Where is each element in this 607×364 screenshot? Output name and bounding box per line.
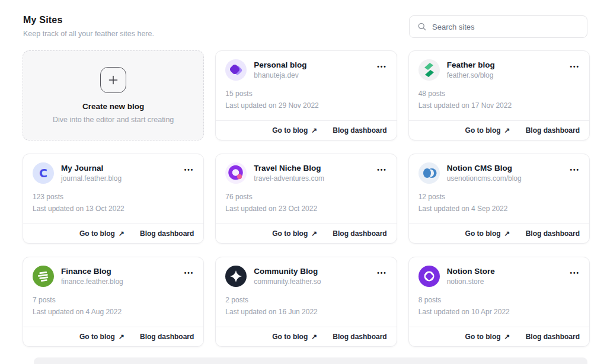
last-updated: Last updated on 13 Oct 2022 xyxy=(33,203,194,215)
personal-blog-logo-icon xyxy=(225,59,247,81)
site-name: Feather blog xyxy=(447,60,561,69)
go-to-blog-label: Go to blog xyxy=(272,126,308,135)
go-to-blog-link[interactable]: Go to blog↗ xyxy=(272,126,317,135)
create-blog-title: Create new blog xyxy=(82,102,144,111)
finance-blog-logo-icon xyxy=(33,266,54,287)
site-name: Travel Niche Blog xyxy=(254,164,368,173)
go-to-blog-link[interactable]: Go to blog↗ xyxy=(272,333,317,341)
card-menu-button[interactable]: ••• xyxy=(182,162,194,175)
card-menu-button[interactable]: ••• xyxy=(375,266,387,279)
site-card-feather-blog: Feather blog feather.so/blog ••• 48 post… xyxy=(408,50,590,141)
external-link-icon: ↗ xyxy=(311,229,317,238)
search-icon xyxy=(417,22,427,31)
site-card-community-blog: Community Blog community.feather.so ••• … xyxy=(215,257,397,347)
go-to-blog-label: Go to blog xyxy=(79,333,115,341)
go-to-blog-link[interactable]: Go to blog↗ xyxy=(79,333,124,341)
site-name: Notion CMS Blog xyxy=(447,164,561,173)
last-updated: Last updated on 4 Sep 2022 xyxy=(418,203,580,215)
external-link-icon: ↗ xyxy=(504,126,510,135)
external-link-icon: ↗ xyxy=(119,229,124,238)
blog-dashboard-link[interactable]: Blog dashboard xyxy=(333,229,386,238)
site-domain: travel-adventures.com xyxy=(254,174,368,183)
post-count: 123 posts xyxy=(33,191,194,203)
blog-dashboard-link[interactable]: Blog dashboard xyxy=(140,333,194,341)
go-to-blog-link[interactable]: Go to blog↗ xyxy=(465,333,510,341)
last-updated: Last updated on 16 Jun 2022 xyxy=(225,306,386,318)
blog-dashboard-link[interactable]: Blog dashboard xyxy=(140,229,194,238)
card-menu-button[interactable]: ••• xyxy=(375,162,387,175)
site-card-personal-blog: Personal blog bhanuteja.dev ••• 15 posts… xyxy=(215,50,397,141)
notion-store-logo-icon xyxy=(418,266,440,287)
go-to-blog-label: Go to blog xyxy=(465,126,501,135)
travel-niche-blog-logo-icon xyxy=(225,162,247,184)
site-domain: finance.feather.blog xyxy=(61,277,175,286)
search-box xyxy=(409,15,587,38)
svg-text:C: C xyxy=(39,167,47,180)
go-to-blog-label: Go to blog xyxy=(272,229,308,238)
post-count: 15 posts xyxy=(225,88,386,100)
blog-dashboard-link[interactable]: Blog dashboard xyxy=(333,333,386,341)
card-menu-button[interactable]: ••• xyxy=(567,162,580,175)
blog-dashboard-link[interactable]: Blog dashboard xyxy=(526,126,580,135)
community-blog-logo-icon xyxy=(225,266,247,287)
external-link-icon: ↗ xyxy=(311,126,317,135)
site-name: Notion Store xyxy=(447,267,561,276)
site-card-travel-niche-blog: Travel Niche Blog travel-adventures.com … xyxy=(215,154,397,244)
site-domain: usenotioncms.com/blog xyxy=(447,174,561,183)
blog-dashboard-link[interactable]: Blog dashboard xyxy=(333,126,386,135)
card-menu-button[interactable]: ••• xyxy=(567,59,580,72)
site-card-notion-cms-blog: Notion CMS Blog usenotioncms.com/blog ••… xyxy=(408,154,590,244)
site-name: Community Blog xyxy=(254,267,368,276)
go-to-blog-label: Go to blog xyxy=(79,229,115,238)
go-to-blog-link[interactable]: Go to blog↗ xyxy=(79,229,124,238)
plus-icon xyxy=(100,67,126,93)
site-name: Finance Blog xyxy=(61,267,175,276)
site-card-notion-store: Notion Store notion.store ••• 8 posts La… xyxy=(408,257,590,347)
sites-grid: Create new blog Dive into the editor and… xyxy=(23,50,590,347)
notion-cms-blog-logo-icon xyxy=(418,162,440,184)
external-link-icon: ↗ xyxy=(311,333,317,341)
create-blog-subtitle: Dive into the editor and start creating xyxy=(53,116,174,124)
post-count: 12 posts xyxy=(418,191,580,203)
go-to-blog-label: Go to blog xyxy=(465,333,501,341)
last-updated: Last updated on 29 Nov 2022 xyxy=(225,100,386,111)
site-name: Personal blog xyxy=(254,60,368,69)
go-to-blog-link[interactable]: Go to blog↗ xyxy=(465,229,510,238)
site-card-finance-blog: Finance Blog finance.feather.blog ••• 7 … xyxy=(23,257,204,347)
last-updated: Last updated on 17 Nov 2022 xyxy=(418,100,580,111)
site-card-my-journal: C My Journal journal.feather.blog ••• 12… xyxy=(23,154,204,244)
site-domain: community.feather.so xyxy=(254,277,368,286)
card-menu-button[interactable]: ••• xyxy=(375,59,387,72)
post-count: 48 posts xyxy=(418,88,580,100)
external-link-icon: ↗ xyxy=(504,229,510,238)
page-title: My Sites xyxy=(23,15,63,25)
last-updated: Last updated on 23 Oct 2022 xyxy=(225,203,386,215)
post-count: 2 posts xyxy=(225,294,386,306)
feather-blog-logo-icon xyxy=(418,59,440,81)
card-menu-button[interactable]: ••• xyxy=(182,266,194,279)
search-input[interactable] xyxy=(432,23,579,31)
post-count: 8 posts xyxy=(418,294,580,306)
go-to-blog-label: Go to blog xyxy=(272,333,308,341)
page-subtitle: Keep track of all your feather sites her… xyxy=(23,30,154,38)
last-updated: Last updated on 4 Aug 2022 xyxy=(33,306,194,318)
last-updated: Last updated on 10 Apr 2022 xyxy=(418,306,580,318)
site-name: My Journal xyxy=(61,164,175,173)
site-domain: notion.store xyxy=(447,277,561,286)
site-domain: bhanuteja.dev xyxy=(254,71,368,79)
create-new-blog-card[interactable]: Create new blog Dive into the editor and… xyxy=(23,50,204,141)
post-count: 7 posts xyxy=(33,294,194,306)
post-count: 76 posts xyxy=(225,191,386,203)
my-journal-logo-icon: C xyxy=(33,162,54,184)
external-link-icon: ↗ xyxy=(504,333,510,341)
site-domain: feather.so/blog xyxy=(447,71,561,79)
card-menu-button[interactable]: ••• xyxy=(567,266,580,279)
below-fold-section-peek xyxy=(34,357,587,364)
site-domain: journal.feather.blog xyxy=(61,174,175,183)
blog-dashboard-link[interactable]: Blog dashboard xyxy=(526,333,580,341)
go-to-blog-link[interactable]: Go to blog↗ xyxy=(272,229,317,238)
external-link-icon: ↗ xyxy=(119,333,124,341)
blog-dashboard-link[interactable]: Blog dashboard xyxy=(526,229,580,238)
go-to-blog-link[interactable]: Go to blog↗ xyxy=(465,126,510,135)
go-to-blog-label: Go to blog xyxy=(465,229,501,238)
